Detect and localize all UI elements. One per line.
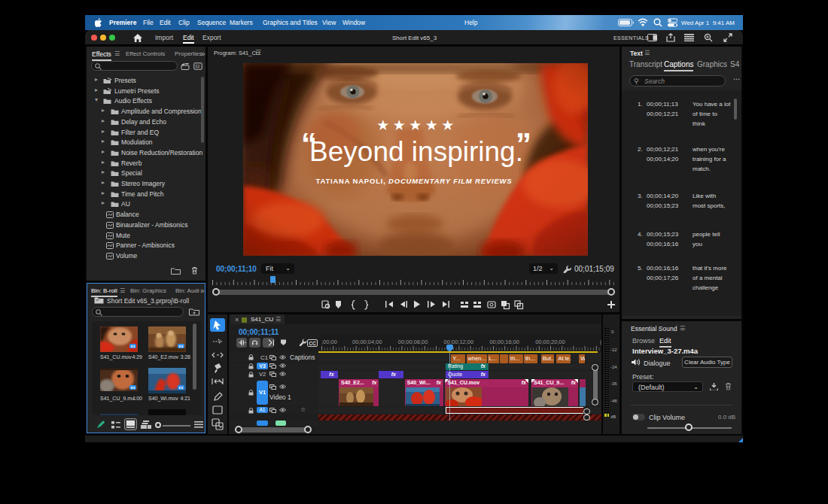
svg-text:”: ” — [516, 126, 531, 162]
svg-text:★★★★★: ★★★★★ — [376, 117, 458, 133]
svg-text:TATIANA NAPOLI, DOCUMENTARY FI: TATIANA NAPOLI, DOCUMENTARY FILM REVIEWS — [316, 177, 513, 185]
svg-text:Beyond inspiring.: Beyond inspiring. — [309, 136, 523, 167]
svg-text:32: 32 — [195, 64, 200, 68]
